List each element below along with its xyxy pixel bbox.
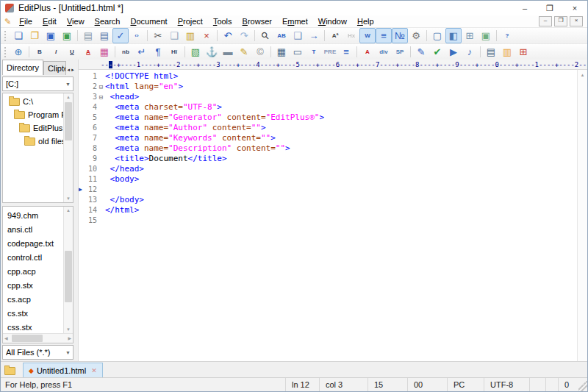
insert-link-button[interactable]: A xyxy=(359,44,376,60)
form-field-button[interactable]: ▭ xyxy=(290,44,306,60)
code-line[interactable]: ▶12 xyxy=(79,185,577,195)
code-line[interactable]: 1<!DOCTYPE html> xyxy=(79,71,577,82)
maximize-button[interactable]: ❐ xyxy=(537,1,562,15)
nonbreaking-space-button[interactable]: nb xyxy=(118,44,134,60)
save-all-button[interactable]: ▣ xyxy=(59,28,75,43)
find-button[interactable]: ⚲ xyxy=(257,28,273,43)
toolbar-grip[interactable] xyxy=(4,47,8,57)
tree-item-old-files[interactable]: old files xyxy=(3,135,63,148)
underline-button[interactable]: U xyxy=(64,44,80,60)
file-item-949-chm[interactable]: 949.chm xyxy=(3,208,63,222)
file-item-cs-acp[interactable]: cs.acp xyxy=(3,292,63,306)
open-folder-button[interactable]: ❐ xyxy=(26,28,43,43)
view-list-button[interactable]: ▤ xyxy=(483,44,499,60)
bold-button[interactable]: B xyxy=(32,44,48,60)
file-item-cs-stx[interactable]: cs.stx xyxy=(3,306,63,320)
file-item-css-stx[interactable]: css.stx xyxy=(3,320,63,333)
undo-button[interactable]: ↶ xyxy=(220,28,236,43)
copyright-button[interactable]: © xyxy=(252,44,268,60)
edit-script-button[interactable]: ✎ xyxy=(413,44,429,60)
scroll-down-icon[interactable]: ▼ xyxy=(66,195,71,202)
code-line[interactable]: 15 xyxy=(79,215,577,226)
resize-grip[interactable] xyxy=(578,378,587,391)
delete-button[interactable]: × xyxy=(198,28,215,43)
code-line[interactable]: 14</html> xyxy=(79,205,577,215)
preformatted-button[interactable]: PRE xyxy=(322,44,338,60)
file-item-cpp-acp[interactable]: cpp.acp xyxy=(3,264,63,278)
mdi-restore-button[interactable]: ❐ xyxy=(554,16,567,26)
menu-tools[interactable]: Tools xyxy=(208,17,237,26)
insert-media-button[interactable]: ▶ xyxy=(445,44,462,60)
view-in-browser-button[interactable]: ⊕ xyxy=(10,44,26,60)
preferences-button[interactable]: ⚙ xyxy=(408,28,424,43)
goto-line-button[interactable]: → xyxy=(306,28,322,43)
insert-span-button[interactable]: SP xyxy=(392,44,408,60)
menu-window[interactable]: Window xyxy=(313,17,352,26)
code-line[interactable]: 9 <title>Document</title> xyxy=(79,154,577,164)
context-help-button[interactable]: ? xyxy=(499,28,515,43)
tree-item-program-files[interactable]: Program Files xyxy=(3,108,63,121)
paragraph-button[interactable]: ¶ xyxy=(150,44,166,60)
drive-selector[interactable]: [C:] ▼ xyxy=(2,76,74,91)
toggle-output-pane-button[interactable]: ⊞ xyxy=(462,28,478,43)
code-line[interactable]: 11 <body> xyxy=(79,174,577,185)
menu-edit[interactable]: Edit xyxy=(37,17,62,26)
line-break-button[interactable]: ↵ xyxy=(134,44,150,60)
editor-scrollbar[interactable]: ▲ xyxy=(577,70,587,361)
menu-help[interactable]: Help xyxy=(352,17,379,26)
spell-check-button[interactable]: ✓ xyxy=(112,28,129,43)
tab-cliptext[interactable]: Cliptext xyxy=(43,61,66,75)
mdi-close-button[interactable]: × xyxy=(570,16,583,26)
code-line[interactable]: 10 </head> xyxy=(79,164,577,174)
word-wrap-button[interactable]: W xyxy=(359,28,376,43)
menu-search[interactable]: Search xyxy=(90,17,126,26)
replace-button[interactable]: AB xyxy=(273,28,290,43)
toggle-directory-pane-button[interactable]: ◧ xyxy=(445,28,462,43)
menu-view[interactable]: View xyxy=(62,17,90,26)
menu-document[interactable]: Document xyxy=(125,17,172,26)
menu-file[interactable]: File xyxy=(14,17,37,26)
scroll-left-icon[interactable]: ◀ xyxy=(4,335,8,342)
horizontal-rule-button[interactable]: ▬ xyxy=(220,44,236,60)
line-numbers-button[interactable]: № xyxy=(392,28,408,43)
insert-list-button[interactable]: ≡ xyxy=(338,44,354,60)
scroll-down-icon[interactable]: ▼ xyxy=(66,326,71,333)
code-line[interactable]: 13 </body> xyxy=(79,195,577,205)
color-palette-button[interactable]: ▦ xyxy=(96,44,112,60)
scroll-up-icon[interactable]: ▲ xyxy=(66,207,71,214)
code-line[interactable]: 4 <meta charset="UTF-8"> xyxy=(79,102,577,113)
code-line[interactable]: 2⊟<html lang="en"> xyxy=(79,82,577,92)
fold-collapse-icon[interactable]: ⊟ xyxy=(97,92,105,102)
code-line[interactable]: 8 <meta name="Description" content=""> xyxy=(79,143,577,154)
file-item-cpp-stx[interactable]: cpp.stx xyxy=(3,278,63,292)
find-in-files-button[interactable]: ❑ xyxy=(290,28,306,43)
cut-button[interactable]: ✂ xyxy=(150,28,166,43)
center-text-button[interactable]: T xyxy=(306,44,322,60)
tree-item-c-[interactable]: C:\ xyxy=(3,95,63,108)
file-item-codepage-txt[interactable]: codepage.txt xyxy=(3,236,63,250)
spell-check-document-button[interactable]: ✔ xyxy=(429,44,445,60)
code-editor[interactable]: 1<!DOCTYPE html>2⊟<html lang="en">3⊟ <he… xyxy=(79,70,577,361)
tree-scrollbar[interactable]: ▲ ▼ xyxy=(63,93,73,202)
tree-item-editplus[interactable]: EditPlus xyxy=(3,121,63,135)
scroll-right-icon[interactable]: ▶ xyxy=(68,335,71,342)
font-color-button[interactable]: A xyxy=(80,44,96,60)
minimize-button[interactable]: – xyxy=(512,1,537,15)
file-list-scrollbar[interactable]: ▲ ▼ xyxy=(63,207,73,333)
heading-button[interactable]: Hī xyxy=(166,44,182,60)
code-line[interactable]: 3⊟ <head> xyxy=(79,92,577,102)
anchor-button[interactable]: ⚓ xyxy=(204,44,220,60)
file-item-control-ctl[interactable]: control.ctl xyxy=(3,250,63,264)
paste-button[interactable]: ▥ xyxy=(182,28,198,43)
italic-button[interactable]: I xyxy=(48,44,64,60)
insert-div-button[interactable]: div xyxy=(376,44,392,60)
redo-button[interactable]: ↷ xyxy=(236,28,252,43)
document-tab-untitled1[interactable]: ◆ Untitled1.html ✕ xyxy=(23,363,103,377)
toggle-fullscreen-button[interactable]: ▣ xyxy=(478,28,494,43)
file-list-hscrollbar[interactable]: ◀ ▶ xyxy=(3,333,73,343)
scroll-up-icon[interactable]: ▲ xyxy=(581,71,585,79)
mdi-minimize-button[interactable]: – xyxy=(539,16,552,26)
insert-image-button[interactable]: ▧ xyxy=(187,44,204,60)
code-line[interactable]: 7 <meta name="Keywords" content=""> xyxy=(79,133,577,143)
scroll-up-icon[interactable]: ▲ xyxy=(66,93,71,101)
